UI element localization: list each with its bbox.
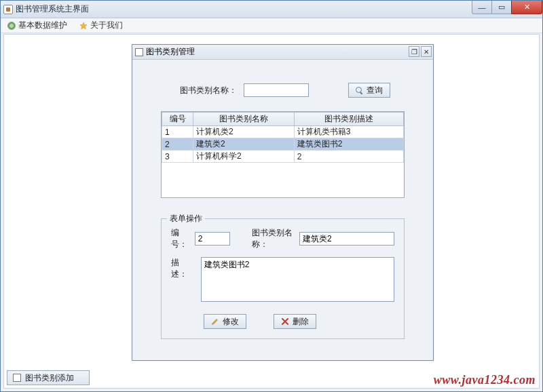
taskbar-button-label: 图书类别添加 xyxy=(25,372,74,384)
search-input[interactable] xyxy=(244,83,309,97)
window-title: 图书管理系统主界面 xyxy=(16,3,89,15)
mdi-client: 图书类别管理 ❐ ✕ 图书类别名称： 查询 xyxy=(3,34,540,389)
menu-label: 基本数据维护 xyxy=(18,20,67,31)
search-button[interactable]: 查询 xyxy=(348,83,390,98)
taskbar-button-category-add[interactable]: 图书类别添加 xyxy=(7,370,90,385)
table-row[interactable]: 2 建筑类2 建筑类图书2 xyxy=(162,138,404,151)
table-row[interactable]: 1 计算机类2 计算机类书籍3 xyxy=(162,126,404,138)
search-button-label: 查询 xyxy=(367,85,383,96)
category-table[interactable]: 编号 图书类别名称 图书类别描述 1 计算机类2 计算机类书籍3 xyxy=(161,111,405,198)
search-row: 图书类别名称： 查询 xyxy=(180,83,421,98)
table-header-row: 编号 图书类别名称 图书类别描述 xyxy=(162,113,404,126)
titlebar[interactable]: 图书管理系统主界面 — ▭ ✕ xyxy=(1,1,542,18)
watermark-text: www.java1234.com xyxy=(434,373,536,387)
internal-frame-category-manage: 图书类别管理 ❐ ✕ 图书类别名称： 查询 xyxy=(132,44,434,361)
close-button[interactable]: ✕ xyxy=(511,1,542,14)
internal-frame-body: 图书类别名称： 查询 编号 图书类别名称 图书类别描述 xyxy=(132,60,433,360)
svg-marker-0 xyxy=(80,22,87,29)
java-icon xyxy=(3,5,13,14)
pencil-icon xyxy=(211,317,219,326)
iframe-restore-button[interactable]: ❐ xyxy=(409,46,419,57)
search-icon xyxy=(356,87,363,94)
delete-button-label: 删除 xyxy=(293,316,309,328)
internal-frame-titlebar[interactable]: 图书类别管理 ❐ ✕ xyxy=(132,45,433,60)
delete-button[interactable]: 删除 xyxy=(274,314,316,329)
name-field[interactable] xyxy=(299,232,394,246)
document-icon xyxy=(13,374,21,382)
fieldset-legend: 表单操作 xyxy=(167,213,205,224)
modify-button-label: 修改 xyxy=(223,316,239,328)
form-fieldset: 表单操作 编号： 图书类别名称： 描述： xyxy=(161,218,405,339)
menu-about[interactable]: 关于我们 xyxy=(77,18,126,33)
menu-basic-data[interactable]: 基本数据维护 xyxy=(5,18,70,33)
document-icon xyxy=(135,48,143,56)
desc-label: 描述： xyxy=(171,257,195,280)
col-name[interactable]: 图书类别名称 xyxy=(193,113,295,126)
id-label: 编号： xyxy=(171,227,189,250)
table-row[interactable]: 3 计算机科学2 2 xyxy=(162,151,404,163)
iframe-close-button[interactable]: ✕ xyxy=(421,46,432,57)
window-controls: — ▭ ✕ xyxy=(472,1,542,14)
id-field[interactable] xyxy=(195,232,230,246)
star-icon xyxy=(79,22,88,30)
main-window: 图书管理系统主界面 — ▭ ✕ 基本数据维护 关于我们 图书类别管理 ❐ xyxy=(0,0,543,392)
col-desc[interactable]: 图书类别描述 xyxy=(294,113,403,126)
gear-icon xyxy=(7,22,16,30)
col-id[interactable]: 编号 xyxy=(162,113,193,126)
maximize-button[interactable]: ▭ xyxy=(491,1,512,14)
menu-label: 关于我们 xyxy=(90,20,123,31)
internal-frame-title: 图书类别管理 xyxy=(146,46,195,58)
desc-field[interactable] xyxy=(201,257,394,302)
name-label: 图书类别名称： xyxy=(252,227,294,250)
minimize-button[interactable]: — xyxy=(472,1,492,14)
x-icon xyxy=(281,317,289,326)
search-label: 图书类别名称： xyxy=(180,85,237,96)
modify-button[interactable]: 修改 xyxy=(204,314,246,329)
menubar: 基本数据维护 关于我们 xyxy=(1,18,542,33)
